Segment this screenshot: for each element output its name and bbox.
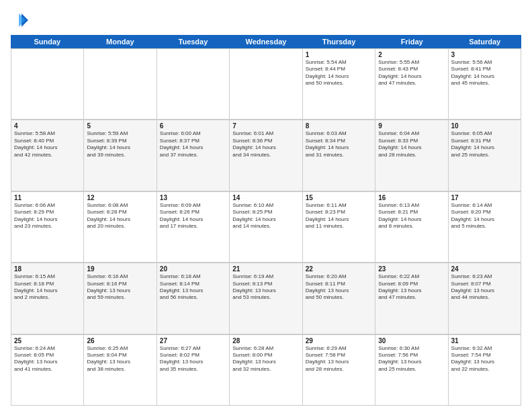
day-cell-15: 15Sunrise: 6:11 AM Sunset: 8:23 PM Dayli… bbox=[303, 192, 375, 263]
empty-cell-r0c2 bbox=[157, 49, 230, 120]
day-info: Sunrise: 6:10 AM Sunset: 8:25 PM Dayligh… bbox=[232, 202, 299, 230]
day-info: Sunrise: 6:08 AM Sunset: 8:28 PM Dayligh… bbox=[87, 202, 153, 230]
day-info: Sunrise: 6:23 AM Sunset: 8:07 PM Dayligh… bbox=[451, 273, 518, 302]
day-cell-23: 23Sunrise: 6:22 AM Sunset: 8:09 PM Dayli… bbox=[375, 263, 448, 334]
day-number: 31 bbox=[451, 337, 518, 345]
day-cell-21: 21Sunrise: 6:19 AM Sunset: 8:13 PM Dayli… bbox=[230, 263, 302, 334]
day-cell-30: 30Sunrise: 6:30 AM Sunset: 7:56 PM Dayli… bbox=[375, 335, 448, 406]
day-cell-5: 5Sunrise: 5:59 AM Sunset: 8:39 PM Daylig… bbox=[84, 120, 157, 191]
day-info: Sunrise: 6:14 AM Sunset: 8:20 PM Dayligh… bbox=[451, 202, 518, 230]
day-info: Sunrise: 6:13 AM Sunset: 8:21 PM Dayligh… bbox=[378, 202, 445, 230]
day-info: Sunrise: 5:59 AM Sunset: 8:39 PM Dayligh… bbox=[87, 130, 153, 158]
day-info: Sunrise: 6:06 AM Sunset: 8:29 PM Dayligh… bbox=[14, 202, 81, 230]
logo-icon bbox=[11, 11, 30, 30]
day-info: Sunrise: 6:18 AM Sunset: 8:14 PM Dayligh… bbox=[160, 273, 226, 302]
calendar-header: SundayMondayTuesdayWednesdayThursdayFrid… bbox=[11, 35, 521, 48]
day-number: 25 bbox=[14, 337, 81, 345]
empty-cell-r0c1 bbox=[84, 49, 157, 120]
header bbox=[11, 11, 521, 30]
day-number: 16 bbox=[378, 194, 445, 201]
day-cell-19: 19Sunrise: 6:16 AM Sunset: 8:16 PM Dayli… bbox=[84, 263, 157, 334]
day-number: 21 bbox=[232, 265, 299, 273]
day-info: Sunrise: 6:20 AM Sunset: 8:11 PM Dayligh… bbox=[306, 273, 372, 302]
day-info: Sunrise: 6:30 AM Sunset: 7:56 PM Dayligh… bbox=[378, 345, 445, 373]
day-cell-20: 20Sunrise: 6:18 AM Sunset: 8:14 PM Dayli… bbox=[157, 263, 230, 334]
day-number: 13 bbox=[160, 194, 226, 201]
calendar-row-2: 4Sunrise: 5:58 AM Sunset: 8:40 PM Daylig… bbox=[11, 120, 521, 191]
day-cell-29: 29Sunrise: 6:29 AM Sunset: 7:58 PM Dayli… bbox=[303, 335, 375, 406]
empty-cell-r0c3 bbox=[230, 49, 302, 120]
weekday-header-sunday: Sunday bbox=[11, 35, 84, 48]
day-cell-16: 16Sunrise: 6:13 AM Sunset: 8:21 PM Dayli… bbox=[375, 192, 448, 263]
day-info: Sunrise: 6:25 AM Sunset: 8:04 PM Dayligh… bbox=[87, 345, 153, 373]
day-info: Sunrise: 6:22 AM Sunset: 8:09 PM Dayligh… bbox=[378, 273, 445, 302]
day-number: 15 bbox=[306, 194, 372, 201]
day-cell-22: 22Sunrise: 6:20 AM Sunset: 8:11 PM Dayli… bbox=[303, 263, 375, 334]
day-number: 18 bbox=[14, 265, 81, 273]
day-cell-25: 25Sunrise: 6:24 AM Sunset: 8:05 PM Dayli… bbox=[11, 335, 84, 406]
day-info: Sunrise: 6:11 AM Sunset: 8:23 PM Dayligh… bbox=[306, 202, 372, 230]
day-cell-18: 18Sunrise: 6:15 AM Sunset: 8:18 PM Dayli… bbox=[11, 263, 84, 334]
day-cell-8: 8Sunrise: 6:03 AM Sunset: 8:34 PM Daylig… bbox=[303, 120, 375, 191]
day-cell-26: 26Sunrise: 6:25 AM Sunset: 8:04 PM Dayli… bbox=[84, 335, 157, 406]
day-number: 6 bbox=[160, 122, 226, 130]
day-number: 29 bbox=[306, 337, 372, 345]
day-info: Sunrise: 6:29 AM Sunset: 7:58 PM Dayligh… bbox=[306, 345, 372, 373]
day-info: Sunrise: 6:28 AM Sunset: 8:00 PM Dayligh… bbox=[232, 345, 299, 373]
weekday-header-tuesday: Tuesday bbox=[157, 35, 230, 48]
day-info: Sunrise: 5:58 AM Sunset: 8:40 PM Dayligh… bbox=[14, 130, 81, 158]
day-cell-27: 27Sunrise: 6:27 AM Sunset: 8:02 PM Dayli… bbox=[157, 335, 230, 406]
day-number: 20 bbox=[160, 265, 226, 273]
day-cell-17: 17Sunrise: 6:14 AM Sunset: 8:20 PM Dayli… bbox=[449, 192, 521, 263]
day-info: Sunrise: 5:55 AM Sunset: 8:43 PM Dayligh… bbox=[378, 59, 445, 87]
day-info: Sunrise: 5:54 AM Sunset: 8:44 PM Dayligh… bbox=[306, 59, 372, 87]
day-cell-1: 1Sunrise: 5:54 AM Sunset: 8:44 PM Daylig… bbox=[303, 49, 375, 120]
weekday-header-saturday: Saturday bbox=[448, 35, 521, 48]
empty-cell-r0c0 bbox=[11, 49, 84, 120]
day-number: 22 bbox=[306, 265, 372, 273]
day-cell-14: 14Sunrise: 6:10 AM Sunset: 8:25 PM Dayli… bbox=[230, 192, 302, 263]
day-number: 2 bbox=[378, 51, 445, 58]
day-info: Sunrise: 6:01 AM Sunset: 8:36 PM Dayligh… bbox=[232, 130, 299, 158]
day-cell-2: 2Sunrise: 5:55 AM Sunset: 8:43 PM Daylig… bbox=[375, 49, 448, 120]
day-number: 27 bbox=[160, 337, 226, 345]
day-number: 4 bbox=[14, 122, 81, 130]
day-number: 19 bbox=[87, 265, 153, 273]
calendar-row-4: 18Sunrise: 6:15 AM Sunset: 8:18 PM Dayli… bbox=[11, 263, 521, 334]
day-number: 23 bbox=[378, 265, 445, 273]
day-cell-13: 13Sunrise: 6:09 AM Sunset: 8:26 PM Dayli… bbox=[157, 192, 230, 263]
day-number: 12 bbox=[87, 194, 153, 201]
day-number: 28 bbox=[232, 337, 299, 345]
calendar-body: 1Sunrise: 5:54 AM Sunset: 8:44 PM Daylig… bbox=[11, 48, 521, 406]
calendar: SundayMondayTuesdayWednesdayThursdayFrid… bbox=[11, 35, 521, 406]
calendar-row-3: 11Sunrise: 6:06 AM Sunset: 8:29 PM Dayli… bbox=[11, 191, 521, 263]
day-info: Sunrise: 6:19 AM Sunset: 8:13 PM Dayligh… bbox=[232, 273, 299, 302]
day-info: Sunrise: 6:15 AM Sunset: 8:18 PM Dayligh… bbox=[14, 273, 81, 302]
weekday-header-thursday: Thursday bbox=[302, 35, 375, 48]
weekday-header-wednesday: Wednesday bbox=[230, 35, 303, 48]
day-info: Sunrise: 6:09 AM Sunset: 8:26 PM Dayligh… bbox=[160, 202, 226, 230]
day-number: 7 bbox=[232, 122, 299, 130]
day-cell-12: 12Sunrise: 6:08 AM Sunset: 8:28 PM Dayli… bbox=[84, 192, 157, 263]
weekday-header-friday: Friday bbox=[375, 35, 449, 48]
day-number: 11 bbox=[14, 194, 81, 201]
day-info: Sunrise: 6:32 AM Sunset: 7:54 PM Dayligh… bbox=[451, 345, 518, 373]
day-info: Sunrise: 5:56 AM Sunset: 8:41 PM Dayligh… bbox=[451, 59, 518, 87]
page: SundayMondayTuesdayWednesdayThursdayFrid… bbox=[0, 0, 532, 411]
day-cell-11: 11Sunrise: 6:06 AM Sunset: 8:29 PM Dayli… bbox=[11, 192, 84, 263]
day-cell-24: 24Sunrise: 6:23 AM Sunset: 8:07 PM Dayli… bbox=[449, 263, 521, 334]
day-number: 9 bbox=[378, 122, 445, 130]
day-number: 3 bbox=[451, 51, 518, 58]
weekday-header-monday: Monday bbox=[84, 35, 157, 48]
day-cell-28: 28Sunrise: 6:28 AM Sunset: 8:00 PM Dayli… bbox=[230, 335, 302, 406]
day-cell-31: 31Sunrise: 6:32 AM Sunset: 7:54 PM Dayli… bbox=[449, 335, 521, 406]
day-info: Sunrise: 6:27 AM Sunset: 8:02 PM Dayligh… bbox=[160, 345, 226, 373]
day-info: Sunrise: 6:04 AM Sunset: 8:33 PM Dayligh… bbox=[378, 130, 445, 158]
day-number: 8 bbox=[306, 122, 372, 130]
day-cell-6: 6Sunrise: 6:00 AM Sunset: 8:37 PM Daylig… bbox=[157, 120, 230, 191]
day-cell-9: 9Sunrise: 6:04 AM Sunset: 8:33 PM Daylig… bbox=[375, 120, 448, 191]
day-cell-4: 4Sunrise: 5:58 AM Sunset: 8:40 PM Daylig… bbox=[11, 120, 84, 191]
day-number: 24 bbox=[451, 265, 518, 273]
calendar-row-5: 25Sunrise: 6:24 AM Sunset: 8:05 PM Dayli… bbox=[11, 334, 521, 406]
day-number: 1 bbox=[306, 51, 372, 58]
